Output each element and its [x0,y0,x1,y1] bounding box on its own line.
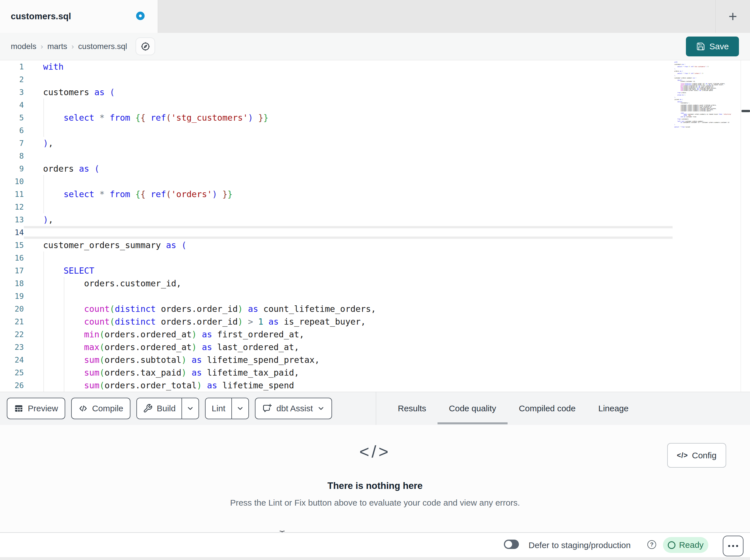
panel-tab-results[interactable]: Results [387,392,437,425]
code-line[interactable]: 16 [0,251,673,264]
help-icon[interactable]: ? [647,540,656,549]
code-line[interactable]: 20 count(distinct orders.order_id) as co… [0,303,673,315]
line-number: 23 [0,341,24,353]
code-line[interactable]: 4 [0,99,673,111]
code-line-text: orders.customer_id, [24,277,673,290]
ellipsis-dot [728,545,730,547]
breadcrumb-item-marts[interactable]: marts [47,42,67,51]
panel-tab-compiled-code[interactable]: Compiled code [508,392,587,425]
code-line-text [24,99,673,111]
dbt-assist-button[interactable]: dbt Assist [255,398,332,419]
build-button[interactable]: Build [137,398,182,419]
code-line[interactable]: 3customers as ( [0,86,673,99]
new-tab-button[interactable]: + [728,9,737,24]
status-badge-ready: Ready [663,537,708,553]
lint-dropdown-button[interactable] [231,398,249,419]
panel-toolbar-buttons: Preview Compile Build [0,398,332,419]
code-line[interactable]: 2 [0,73,673,86]
code-line[interactable]: 25 sum(orders.tax_paid) as lifetime_tax_… [0,366,673,379]
line-number: 2 [0,73,24,86]
code-line[interactable]: 23 max(orders.ordered_at) as last_ordere… [0,341,673,353]
code-line[interactable]: 26 sum(orders.order_total) as lifetime_s… [0,379,673,392]
minimap[interactable]: withcustomers as ( select * from {{ ref(… [674,61,740,198]
code-line[interactable]: 8 [0,149,673,162]
tab-strip: customers.sql + [0,0,750,33]
line-number: 10 [0,175,24,188]
panel-tab-lineage[interactable]: Lineage [587,392,640,425]
panel-tab-code-quality[interactable]: Code quality [437,392,508,425]
code-line-text: count(distinct orders.order_id) > 1 as i… [24,315,673,328]
breadcrumb-item-customers.sql[interactable]: customers.sql [78,42,127,51]
indent-guide [43,353,44,366]
indent-guide [43,175,44,188]
code-line[interactable]: 10 [0,175,673,188]
code-line[interactable]: 7), [0,137,673,149]
indent-guide [43,124,44,137]
code-line[interactable]: 18 orders.customer_id, [0,277,673,290]
code-line[interactable]: 22 min(orders.ordered_at) as first_order… [0,328,673,341]
chevron-down-icon [317,405,325,412]
line-number: 5 [0,111,24,124]
overflow-menu-button[interactable] [723,536,744,556]
code-line-text [24,226,673,239]
code-line[interactable]: 1with [0,60,673,73]
line-number: 4 [0,99,24,111]
active-code-line[interactable]: 14 [0,226,673,239]
code-line[interactable]: 24 sum(orders.subtotal) as lifetime_spen… [0,353,673,366]
editor-scrollbar-thumb[interactable] [742,110,750,112]
save-button[interactable]: Save [686,37,739,56]
preview-button[interactable]: Preview [7,398,65,419]
line-number: 12 [0,201,24,213]
window-bottom-edge [0,557,750,560]
empty-state-subtitle: Press the Lint or Fix button above to ev… [0,498,750,507]
assist-sparkle-icon [262,403,272,414]
config-button-label: Config [692,451,716,460]
code-line-text: orders as ( [24,162,673,175]
indent-guide [43,264,44,277]
code-line-text: customers as ( [24,86,673,99]
breadcrumb-separator: › [41,42,43,51]
code-line[interactable]: 11 select * from {{ ref('orders') }} [0,188,673,201]
indent-guide [43,366,44,379]
build-dropdown-button[interactable] [181,398,198,419]
lint-split-button: Lint [205,398,249,419]
unsaved-changes-dot [136,12,145,20]
code-line[interactable]: 6 [0,124,673,137]
file-tab-title: customers.sql [11,11,71,22]
line-number: 26 [0,379,24,392]
code-line[interactable]: 9orders as ( [0,162,673,175]
line-number: 20 [0,303,24,315]
config-button[interactable]: </> Config [667,443,726,468]
chevron-down-icon [236,405,244,412]
dbt-assist-button-label: dbt Assist [276,403,313,413]
breadcrumb: models›marts›customers.sql [11,33,127,60]
indent-guide [43,111,44,124]
explore-lineage-button[interactable] [136,37,155,55]
file-tab-customers-sql[interactable]: customers.sql [0,0,158,33]
empty-state-code-icon: </> [0,442,750,461]
code-line-text: customer_orders_summary as ( [24,239,673,251]
indent-guide [43,341,44,353]
lint-button[interactable]: Lint [205,398,231,419]
code-line[interactable]: 21 count(distinct orders.order_id) > 1 a… [0,315,673,328]
code-line-text [24,175,673,188]
editor-scrollbar-track[interactable] [741,60,750,392]
breadcrumb-item-models[interactable]: models [11,42,36,51]
code-line[interactable]: 5 select * from {{ ref('stg_customers') … [0,111,673,124]
code-line-text: sum(orders.tax_paid) as lifetime_tax_pai… [24,366,673,379]
indent-guide [64,353,64,366]
code-line-text: min(orders.ordered_at) as first_ordered_… [24,328,673,341]
code-line[interactable]: 12 [0,201,673,213]
line-number: 22 [0,328,24,341]
defer-toggle[interactable] [504,540,519,549]
code-line[interactable]: 15customer_orders_summary as ( [0,239,673,251]
code-line[interactable]: 13), [0,213,673,226]
code-editor[interactable]: 1with23customers as (45 select * from {{… [0,60,750,392]
line-number: 19 [0,290,24,303]
indent-guide [64,379,64,392]
code-line-text [24,290,673,303]
compile-button[interactable]: Compile [71,398,131,419]
code-line[interactable]: 19 [0,290,673,303]
code-line[interactable]: 17 SELECT [0,264,673,277]
line-number: 24 [0,353,24,366]
